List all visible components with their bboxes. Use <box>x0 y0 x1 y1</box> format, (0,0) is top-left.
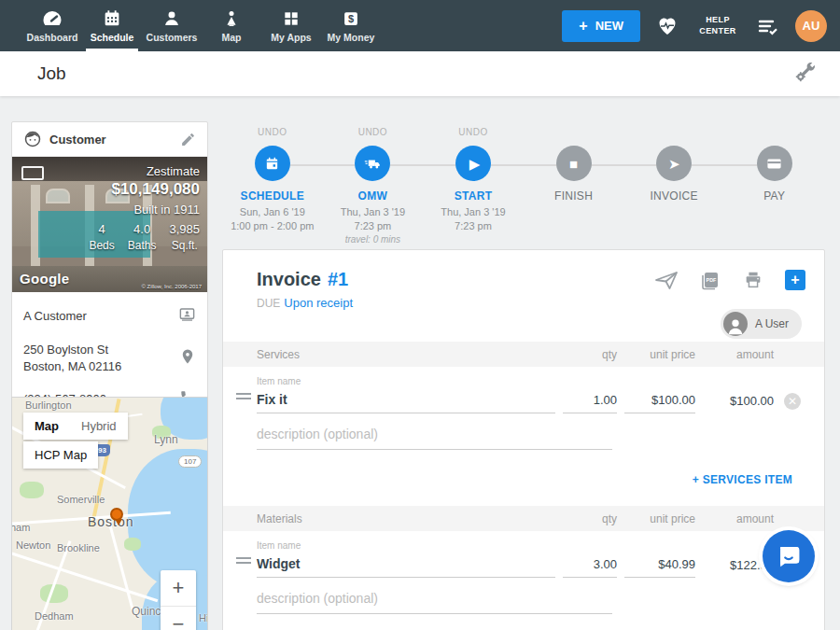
user-avatar[interactable]: AU <box>795 10 827 42</box>
due-terms-link[interactable]: Upon receipt <box>284 296 353 310</box>
schedule-step-button[interactable] <box>255 146 290 181</box>
travel-time: travel: 0 mins <box>345 234 400 245</box>
google-logo: Google <box>20 271 69 287</box>
time-line: 7:23 pm <box>455 220 492 231</box>
health-heart-pulse-icon[interactable] <box>655 15 679 37</box>
service-item-name-input[interactable]: Fix it <box>257 390 555 413</box>
chat-smile-icon <box>775 542 803 570</box>
nav-label: My Apps <box>271 32 311 43</box>
money-dollar-icon: $ <box>341 8 361 29</box>
map-type-map-button[interactable]: Map <box>23 413 70 440</box>
beds-value: 4 <box>89 222 114 236</box>
step-label: OMW <box>358 189 388 203</box>
invoice-header: Invoice #1 DUEUpon receipt PDF + <box>223 250 824 310</box>
sqft-label: Sq.ft. <box>169 239 200 252</box>
step-date: Sun, Jan 6 '191:00 pm - 2:00 pm <box>231 205 314 234</box>
start-step-button[interactable]: ▶ <box>455 146 491 181</box>
omw-step-button[interactable] <box>355 146 390 181</box>
zestimate-value: $10,149,080 <box>89 180 200 199</box>
undo-start-button[interactable]: UNDO <box>458 121 487 142</box>
map-type-hybrid-button[interactable]: Hybrid <box>70 413 128 440</box>
apps-grid-icon <box>282 8 301 29</box>
amount-column-header: amount <box>703 512 774 525</box>
drag-handle[interactable] <box>236 554 251 567</box>
material-qty-input[interactable]: 3.00 <box>563 555 617 578</box>
service-description-row: description (optional) <box>223 413 824 450</box>
invoice-card: Invoice #1 DUEUpon receipt PDF + <box>222 249 825 630</box>
timeline-step-schedule: UNDO SCHEDULE Sun, Jan 6 '191:00 pm - 2:… <box>222 121 323 246</box>
nav-items: Dashboard Schedule Customers Map <box>0 0 381 51</box>
nav-item-customers[interactable]: Customers <box>142 0 202 51</box>
invoice-number[interactable]: #1 <box>328 269 348 290</box>
zoom-out-button[interactable]: − <box>161 606 196 630</box>
service-qty-input[interactable]: 1.00 <box>563 391 617 413</box>
customer-name-row: A Customer <box>23 298 196 334</box>
nav-item-my-money[interactable]: $ My Money <box>321 0 381 51</box>
material-unit-price-input[interactable]: $40.99 <box>624 555 695 578</box>
material-description-row: description (optional) <box>223 578 824 614</box>
park-area <box>124 538 141 551</box>
contact-card-icon[interactable] <box>178 305 196 327</box>
service-amount: $100.00 <box>703 392 774 413</box>
service-description-input[interactable]: description (optional) <box>257 423 612 450</box>
nav-item-dashboard[interactable]: Dashboard <box>22 0 82 51</box>
map-label-somerville: Somerville <box>57 494 105 505</box>
job-location-marker[interactable] <box>110 508 123 521</box>
nav-label: Schedule <box>91 32 134 43</box>
map-label-newton: Newton <box>16 539 50 551</box>
property-streetview-photo[interactable]: Zestimate $10,149,080 Built in 1911 4Bed… <box>12 157 207 292</box>
nav-label: Customers <box>147 32 198 43</box>
new-button[interactable]: + NEW <box>562 10 640 42</box>
map-label-lynn: Lynn <box>154 433 178 446</box>
nav-item-schedule[interactable]: Schedule <box>82 0 142 51</box>
nav-item-my-apps[interactable]: My Apps <box>261 0 321 51</box>
tasks-checklist-icon[interactable] <box>756 16 780 36</box>
streetview-frame-icon <box>21 166 44 180</box>
customer-card-title: Customer <box>49 133 173 147</box>
send-invoice-icon[interactable] <box>654 270 679 290</box>
map-type-buttons: Map Hybrid <box>23 413 128 440</box>
date-line: Sun, Jan 6 '19 <box>240 206 305 217</box>
address-line2: Boston, MA 02116 <box>23 359 121 373</box>
print-icon[interactable] <box>742 270 764 290</box>
schedule-calendar-icon <box>102 8 122 29</box>
baths-label: Baths <box>128 239 157 252</box>
assigned-user-chip[interactable]: A User <box>721 309 802 339</box>
material-description-input[interactable]: description (optional) <box>257 587 612 614</box>
mini-map[interactable]: Burlington Lynn Somerville ham Boston Ne… <box>11 397 208 630</box>
timeline-step-pay: PAY <box>724 121 825 246</box>
zoom-in-button[interactable]: + <box>161 570 196 606</box>
credit-card-icon <box>766 157 782 171</box>
nav-item-map[interactable]: Map <box>202 0 261 51</box>
photo-window <box>46 189 70 203</box>
baths-value: 4.0 <box>128 222 157 236</box>
play-icon: ▶ <box>469 157 481 171</box>
add-services-item-link[interactable]: + SERVICES ITEM <box>693 473 792 486</box>
undo-schedule-button[interactable]: UNDO <box>258 121 287 142</box>
edit-pencil-icon[interactable] <box>180 132 196 147</box>
location-pin-icon[interactable] <box>179 348 196 369</box>
undo-omw-button[interactable]: UNDO <box>358 121 387 142</box>
invoice-step-button[interactable]: ➤ <box>656 146 692 181</box>
pdf-icon[interactable]: PDF <box>699 269 721 291</box>
svg-text:PDF: PDF <box>707 277 717 283</box>
finish-step-button[interactable]: ■ <box>556 146 592 181</box>
step-label: START <box>455 189 493 203</box>
time-line: 1:00 pm - 2:00 pm <box>231 220 314 231</box>
zestimate-overlay: Zestimate $10,149,080 Built in 1911 4Bed… <box>89 164 200 252</box>
material-item-name-input[interactable]: Widget <box>257 554 555 578</box>
drag-handle[interactable] <box>236 390 251 402</box>
help-center-link[interactable]: HELP CENTER <box>694 15 741 36</box>
timeline-step-invoice: ➤ INVOICE <box>623 121 724 246</box>
service-unit-price-input[interactable]: $100.00 <box>624 391 695 413</box>
park-area <box>20 482 44 498</box>
remove-service-item-icon[interactable]: ✕ <box>784 393 801 410</box>
job-settings-wrench-gear-icon[interactable] <box>793 60 818 88</box>
chat-bubble-button[interactable] <box>763 530 815 582</box>
add-invoice-item-button[interactable]: + <box>785 270 805 290</box>
map-label-burlington: Burlington <box>25 399 72 411</box>
hcp-map-button[interactable]: HCP Map <box>23 441 98 469</box>
customer-address: 250 Boylston StBoston, MA 02116 <box>23 342 179 374</box>
pay-step-button[interactable] <box>757 146 792 181</box>
assigned-user-name: A User <box>755 317 789 330</box>
